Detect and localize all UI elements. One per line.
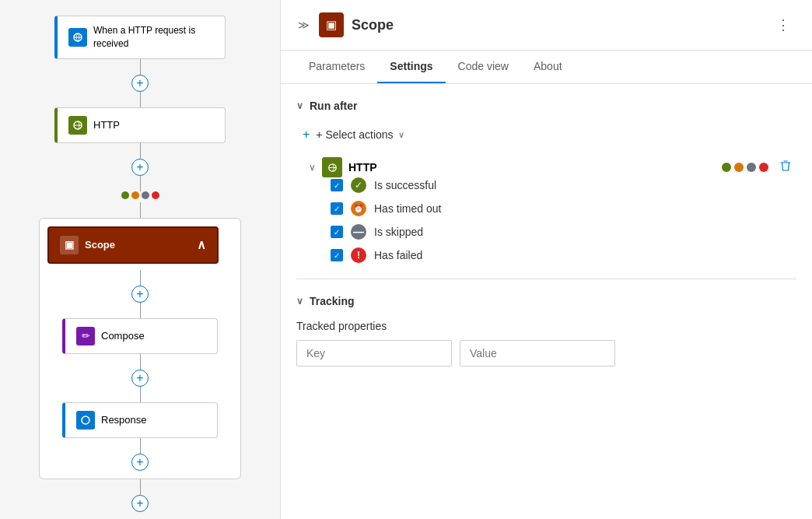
condition-label-skipped: Is skipped bbox=[374, 226, 423, 238]
panel-title: Scope bbox=[352, 17, 762, 33]
http-action-icon bbox=[322, 157, 342, 177]
select-actions-button[interactable]: + + Select actions ∨ bbox=[296, 124, 411, 145]
condition-list: ✓ ✓ Is successful ✓ ⏰ Has timed out ✓ — … bbox=[331, 177, 796, 263]
http-expand-chevron[interactable]: ∨ bbox=[309, 162, 316, 173]
tab-parameters[interactable]: Parameters bbox=[296, 51, 377, 83]
http-node: HTTP + bbox=[8, 107, 272, 218]
condition-label-success: Is successful bbox=[374, 179, 436, 191]
dot-success bbox=[722, 163, 731, 172]
action-status-dots bbox=[722, 163, 768, 172]
add-btn-1[interactable]: + bbox=[131, 75, 149, 92]
http-request-box[interactable]: When a HTTP request is received bbox=[54, 16, 226, 59]
skipped-icon: — bbox=[351, 224, 366, 240]
http-request-node: When a HTTP request is received + bbox=[8, 16, 272, 107]
http-icon bbox=[68, 116, 87, 135]
response-icon bbox=[76, 411, 95, 430]
tracking-chevron: ∨ bbox=[296, 296, 303, 307]
http-run-section: ∨ HTTP bbox=[312, 157, 796, 263]
dot-skipped bbox=[747, 163, 756, 172]
tracked-inputs-row bbox=[296, 340, 796, 366]
panel-header: ≫ ▣ Scope ⋮ bbox=[281, 0, 812, 51]
http-box[interactable]: HTTP bbox=[54, 107, 226, 143]
http-action-label: HTTP bbox=[348, 161, 716, 174]
select-actions-label: + Select actions bbox=[316, 128, 393, 141]
scope-container: ▣ Scope ∧ + ✏ Compose + Respons bbox=[39, 218, 241, 479]
connector-3: + bbox=[131, 270, 149, 318]
tracking-header[interactable]: ∨ Tracking bbox=[296, 295, 796, 307]
connector-4: + bbox=[131, 354, 149, 402]
http-label: HTTP bbox=[93, 119, 120, 131]
select-actions-chevron: ∨ bbox=[398, 130, 404, 140]
response-label: Response bbox=[101, 414, 147, 426]
collapse-button[interactable]: ≫ bbox=[296, 17, 311, 33]
condition-row-success: ✓ ✓ Is successful bbox=[331, 177, 796, 193]
scope-icon-header: ▣ bbox=[319, 12, 344, 37]
right-panel: ≫ ▣ Scope ⋮ Parameters Settings Code vie… bbox=[280, 0, 812, 519]
compose-label: Compose bbox=[101, 330, 145, 342]
checkbox-timeout[interactable]: ✓ bbox=[331, 202, 343, 215]
timeout-icon: ⏰ bbox=[351, 201, 366, 216]
scope-header: ▣ Scope ∧ bbox=[47, 226, 233, 264]
add-btn-3[interactable]: + bbox=[131, 286, 149, 303]
condition-label-failed: Has failed bbox=[374, 249, 422, 261]
run-after-header[interactable]: ∨ Run after bbox=[296, 100, 796, 112]
svg-point-2 bbox=[82, 416, 89, 424]
connector-6: + bbox=[131, 479, 149, 512]
add-btn-6[interactable]: + bbox=[131, 495, 149, 512]
add-btn-2[interactable]: + bbox=[131, 159, 149, 176]
tracked-key-input[interactable] bbox=[296, 340, 452, 366]
tab-bar: Parameters Settings Code view About bbox=[281, 51, 812, 84]
tab-about[interactable]: About bbox=[521, 51, 575, 83]
condition-row-timeout: ✓ ⏰ Has timed out bbox=[331, 201, 796, 216]
connector-2: + bbox=[121, 143, 159, 218]
condition-row-skipped: ✓ — Is skipped bbox=[331, 224, 796, 240]
more-options-button[interactable]: ⋮ bbox=[770, 13, 796, 37]
scope-icon-left: ▣ bbox=[60, 236, 79, 254]
status-dots-left bbox=[121, 191, 159, 199]
tracked-value-input[interactable] bbox=[460, 340, 615, 366]
tab-settings[interactable]: Settings bbox=[377, 51, 445, 83]
compose-box[interactable]: ✏ Compose bbox=[62, 318, 218, 354]
checkbox-failed[interactable]: ✓ bbox=[331, 249, 343, 261]
section-divider-1 bbox=[296, 279, 796, 279]
delete-http-button[interactable] bbox=[775, 158, 796, 177]
add-btn-4[interactable]: + bbox=[131, 370, 149, 387]
scope-collapse-icon[interactable]: ∧ bbox=[197, 237, 206, 252]
failed-icon: ! bbox=[351, 247, 366, 263]
plus-icon: + bbox=[303, 128, 310, 142]
panel-content: ∨ Run after + + Select actions ∨ ∨ HTTP bbox=[281, 84, 812, 382]
condition-label-timeout: Has timed out bbox=[374, 202, 441, 215]
connector-5: + bbox=[131, 438, 149, 471]
run-after-label: Run after bbox=[310, 100, 357, 112]
http-action-header: ∨ HTTP bbox=[309, 157, 796, 177]
tracked-properties-label: Tracked properties bbox=[296, 320, 796, 332]
checkbox-skipped[interactable]: ✓ bbox=[331, 226, 343, 238]
success-icon: ✓ bbox=[351, 177, 366, 193]
flow-canvas: When a HTTP request is received + HTTP + bbox=[0, 0, 280, 519]
condition-row-failed: ✓ ! Has failed bbox=[331, 247, 796, 263]
tracking-label: Tracking bbox=[310, 295, 355, 307]
add-btn-5[interactable]: + bbox=[131, 454, 149, 471]
tracking-section: ∨ Tracking Tracked properties bbox=[296, 295, 796, 366]
response-box[interactable]: Response bbox=[62, 402, 218, 438]
http-request-label: When a HTTP request is received bbox=[93, 24, 214, 51]
scope-label: Scope bbox=[85, 239, 115, 251]
dot-timeout bbox=[734, 163, 744, 172]
scope-box[interactable]: ▣ Scope ∧ bbox=[47, 226, 219, 264]
http-request-icon bbox=[68, 28, 87, 47]
checkbox-success[interactable]: ✓ bbox=[331, 179, 343, 191]
dot-failed bbox=[759, 163, 768, 172]
connector-1: + bbox=[131, 59, 149, 107]
tab-code-view[interactable]: Code view bbox=[446, 51, 521, 83]
run-after-chevron: ∨ bbox=[296, 100, 303, 111]
compose-icon: ✏ bbox=[76, 327, 95, 345]
